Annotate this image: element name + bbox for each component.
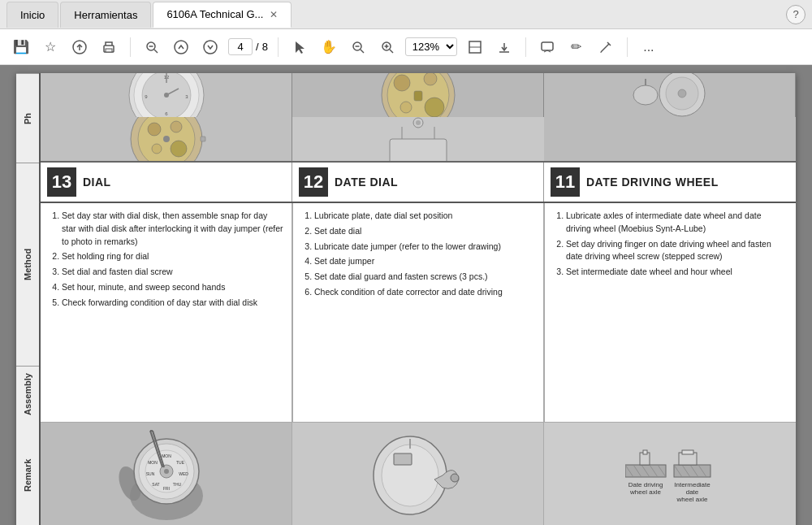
page-total: 8 [262,41,268,53]
section-11-number: 11 [551,167,580,197]
page-down-button[interactable] [199,36,222,59]
hand-tool-button[interactable]: ✋ [317,36,340,59]
more-button[interactable]: ... [637,36,660,59]
svg-line-20 [601,44,609,52]
svg-point-49 [163,136,170,142]
tab-bar: Inicio Herramientas 6106A Technical G...… [0,0,812,29]
intermediate-date-label: Intermediate datewheel axle [670,481,715,503]
movement-svg2 [126,117,207,161]
page-up-icon [174,40,188,54]
page-separator: / [256,41,259,53]
page-navigation: / 8 [228,38,268,55]
bookmark-button[interactable]: ☆ [39,36,62,59]
page-up-button[interactable] [170,36,192,59]
svg-point-38 [633,85,658,105]
upload-icon [72,40,87,54]
assembly-steps-row: Set day star with dial disk, then assemb… [41,203,796,423]
upload-button[interactable] [68,36,91,59]
help-button[interactable]: ? [786,5,806,24]
fit-button[interactable] [464,36,486,59]
zoom-out2-button[interactable] [347,36,369,59]
cursor-icon [294,40,305,54]
pdf-viewer: Ph Method Assembly Remark [0,65,812,525]
steps-date-driving: Lubricate axles of intermediate date whe… [544,203,796,422]
date-driving-axle-diagram: Date drivingwheel axle Intermediate date… [625,449,715,503]
dial-svg: 12 3 6 9 [126,73,207,117]
axle-labels: Date drivingwheel axle Intermediate date… [625,481,715,503]
tab-close-icon[interactable]: ✕ [270,9,278,20]
zoom-out-icon [145,40,159,54]
print-button[interactable] [97,36,120,59]
svg-point-48 [152,144,162,154]
remark-photo-dial: MON TUE WED THU FRI SAT SUN MON [41,423,292,525]
pdf-page: Ph Method Assembly Remark [16,73,796,525]
zoom-select[interactable]: 123% 100% 75% 150% [405,37,457,56]
svg-point-36 [400,102,412,113]
step-12-1: Lubricate plate, date dial set position [314,210,535,223]
date-diagram-svg [365,431,471,520]
right-content: 12 3 6 9 [41,73,796,525]
svg-line-4 [154,50,158,53]
tab-document-label: 6106A Technical G... [166,8,263,20]
comment-button[interactable] [536,36,559,59]
svg-line-10 [361,50,364,53]
save-button[interactable]: 💾 [10,36,32,59]
svg-rect-76 [394,453,412,465]
date-driving-label: Date drivingwheel axle [625,481,666,503]
page-input[interactable] [228,38,253,55]
tab-herramientas-label: Herramientas [74,9,137,21]
section-13-title: DIAL [83,176,111,189]
tab-inicio[interactable]: Inicio [6,2,58,28]
svg-text:WED: WED [179,471,188,476]
svg-point-45 [148,123,161,136]
section-13-number: 13 [47,167,76,197]
svg-text:MON: MON [162,453,171,458]
remark-row: MON TUE WED THU FRI SAT SUN MON [41,423,796,525]
toolbar-separator-4 [627,37,628,57]
section-11-title: DATE DRIVING WHEEL [586,176,719,189]
image-parts-1 [544,73,796,117]
markup-icon [598,40,613,54]
step-11-1: Lubricate axles of intermediate date whe… [566,210,788,236]
section-12-header: 12 DATE DIAL [292,163,544,202]
svg-point-46 [171,121,182,132]
svg-text:THU: THU [172,482,181,487]
label-remark: Remark [16,423,39,525]
markup-button[interactable] [594,36,617,59]
side-labels: Ph Method Assembly Remark [16,73,41,525]
step-11-2: Set day driving finger on date driving w… [566,238,788,264]
svg-rect-86 [643,450,647,454]
svg-rect-53 [390,139,447,161]
step-13-3: Set dial and fasten dial screw [62,266,283,279]
svg-point-47 [171,141,187,157]
draw-button[interactable]: ✏ [565,36,588,59]
top-images-row: 12 3 6 9 [41,73,796,163]
svg-point-6 [175,41,188,54]
image-movement-1 [292,73,544,117]
pdf-content: Ph Method Assembly Remark [16,73,796,525]
image-parts-3 [292,117,544,161]
section-13-header: 13 DIAL [41,163,292,202]
page-down-icon [203,40,218,54]
toolbar-separator-3 [525,37,526,57]
tab-document[interactable]: 6106A Technical G... ✕ [153,2,292,28]
svg-point-52 [416,120,421,125]
svg-point-7 [204,41,217,54]
svg-point-35 [425,98,444,117]
section-12-title: DATE DIAL [335,176,398,189]
tab-herramientas[interactable]: Herramientas [60,2,151,28]
svg-text:MON: MON [148,460,158,465]
download-button[interactable] [493,36,516,59]
comment-icon [540,40,555,54]
step-13-5: Check forwarding condition of day star w… [62,297,283,310]
zoom-out-button[interactable] [140,36,163,59]
zoom-in-button[interactable] [376,36,399,59]
step-12-6: Check condition of date corrector and da… [314,286,535,299]
cursor-tool-button[interactable] [288,36,311,59]
label-method: Method [16,163,39,366]
svg-text:SUN: SUN [145,471,154,476]
svg-rect-19 [542,42,553,50]
download-icon [497,40,512,54]
svg-line-13 [390,50,393,53]
svg-marker-8 [296,41,304,54]
